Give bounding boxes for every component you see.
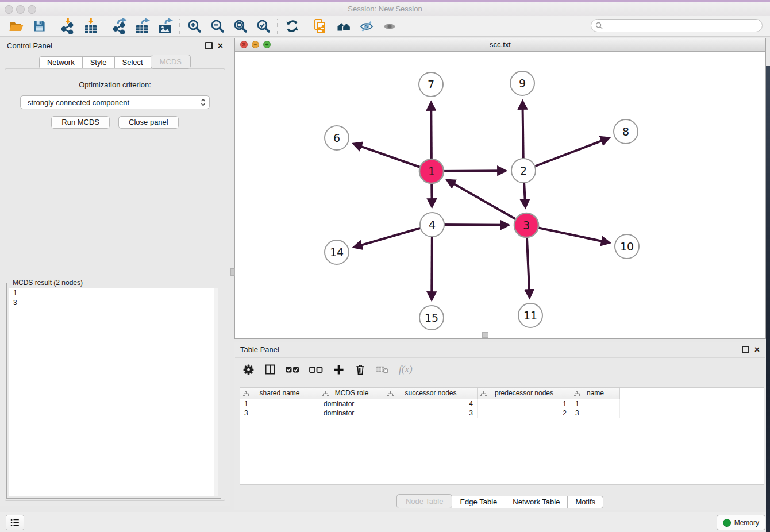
tab-node-table[interactable]: Node Table — [396, 494, 453, 508]
column-header-name[interactable]: name — [571, 388, 620, 399]
mcds-pane: Optimization criterion: strongly connect… — [5, 68, 225, 501]
zoom-selected-button[interactable] — [252, 17, 275, 35]
mcds-result-line: 3 — [13, 298, 218, 308]
add-row-button[interactable] — [333, 361, 345, 378]
float-panel-icon[interactable] — [742, 346, 749, 353]
node-label: 3 — [523, 219, 530, 232]
status-bar: Memory — [0, 512, 770, 532]
eye-slash-icon — [359, 20, 374, 33]
delete-column-button[interactable] — [376, 361, 389, 378]
node-label: 10 — [620, 240, 634, 253]
graph-node-6[interactable]: 6 — [325, 126, 349, 150]
graph-node-4[interactable]: 4 — [420, 213, 444, 237]
run-mcds-button[interactable]: Run MCDS — [51, 116, 110, 129]
table-cell: dominator — [319, 399, 384, 408]
unselect-all-button[interactable] — [309, 361, 323, 378]
zoom-window-button[interactable] — [28, 5, 36, 14]
column-header-predecessor-nodes[interactable]: predecessor nodes — [478, 388, 571, 399]
zoom-out-button[interactable] — [206, 17, 229, 35]
graph-node-8[interactable]: 8 — [614, 119, 638, 144]
home-layout-button[interactable] — [332, 17, 355, 35]
graph-node-10[interactable]: 10 — [615, 234, 639, 259]
float-panel-icon[interactable] — [205, 42, 213, 49]
edge-3-1[interactable] — [448, 180, 526, 225]
zoom-fit-button[interactable] — [229, 17, 252, 35]
export-network-button[interactable] — [108, 17, 131, 35]
graph-node-3[interactable]: 3 — [514, 213, 538, 237]
mcds-result-line: 1 — [13, 288, 218, 298]
graph-node-9[interactable]: 9 — [510, 71, 534, 95]
graph-node-15[interactable]: 15 — [419, 306, 444, 330]
splitter-grip[interactable] — [230, 268, 235, 276]
control-panel-tabs: NetworkStyleSelectMCDS — [0, 55, 230, 69]
table-row[interactable]: 1dominator411 — [240, 399, 620, 408]
zoom-in-button[interactable] — [183, 17, 206, 35]
column-header-label: shared name — [259, 389, 299, 397]
main-titlebar: Session: New Session — [0, 2, 770, 17]
close-window-button[interactable] — [5, 5, 13, 14]
tab-mcds[interactable]: MCDS — [151, 55, 191, 69]
select-all-button[interactable] — [286, 361, 299, 378]
show-graphics-details-button[interactable] — [378, 17, 401, 35]
edge-2-8[interactable] — [523, 138, 608, 171]
network-close-button[interactable]: × — [240, 41, 248, 48]
zoom-selected-icon — [256, 19, 271, 33]
node-table[interactable]: shared nameMCDS rolesuccessor nodesprede… — [240, 387, 764, 485]
tab-edge-table[interactable]: Edge Table — [452, 496, 505, 508]
import-table-from-file-button[interactable] — [79, 17, 102, 35]
open-folder-icon — [9, 20, 24, 33]
optimization-criterion-dropdown[interactable]: strongly connected component — [20, 95, 210, 109]
mcds-result-text[interactable]: 13 — [9, 288, 218, 496]
export-table-button[interactable] — [131, 17, 154, 35]
toolbar-separator — [277, 19, 278, 34]
memory-button[interactable]: Memory — [717, 515, 765, 530]
open-session-button[interactable] — [5, 17, 28, 35]
graph-node-1[interactable]: 1 — [419, 159, 444, 183]
memory-label: Memory — [734, 519, 759, 527]
network-minimize-button[interactable]: − — [252, 41, 259, 48]
mcds-result-group: MCDS result (2 nodes) 13 — [6, 283, 221, 499]
close-panel-icon[interactable]: × — [218, 42, 223, 49]
table-cell: 1 — [240, 399, 319, 408]
tab-motifs[interactable]: Motifs — [567, 496, 603, 508]
tab-select[interactable]: Select — [114, 56, 151, 69]
export-image-button[interactable] — [154, 17, 177, 35]
table-cell: dominator — [319, 408, 384, 418]
horizontal-scroll-grip[interactable] — [482, 332, 488, 338]
mcds-scrollbar[interactable] — [214, 288, 218, 496]
network-canvas[interactable]: 1234678910111415 — [235, 51, 765, 338]
network-zoom-button[interactable]: + — [263, 41, 271, 48]
function-builder-button[interactable]: f(x) — [399, 361, 413, 378]
search-input[interactable] — [603, 21, 749, 30]
table-row[interactable]: 3dominator323 — [240, 408, 620, 418]
graph-node-14[interactable]: 14 — [325, 240, 349, 264]
task-history-button[interactable] — [6, 515, 24, 530]
save-session-button[interactable] — [28, 17, 51, 35]
houses-icon — [336, 20, 352, 33]
table-settings-button[interactable] — [242, 361, 255, 378]
hide-graphics-details-button[interactable] — [355, 17, 378, 35]
tab-network[interactable]: Network — [39, 56, 83, 69]
table-panel-header: Table Panel × — [234, 342, 765, 356]
toolbar-separator — [306, 19, 307, 34]
graph-node-7[interactable]: 7 — [419, 72, 443, 97]
clone-network-icon — [313, 18, 328, 34]
show-column-button[interactable] — [264, 361, 276, 378]
clone-network-button[interactable] — [309, 17, 332, 35]
tab-style[interactable]: Style — [82, 56, 115, 69]
close-panel-button[interactable]: Close panel — [118, 116, 179, 129]
import-network-from-file-button[interactable] — [56, 17, 79, 35]
node-label: 4 — [429, 218, 436, 231]
column-header-MCDS-role[interactable]: MCDS role — [319, 388, 384, 399]
column-header-successor-nodes[interactable]: successor nodes — [384, 388, 478, 399]
graph-node-2[interactable]: 2 — [511, 159, 536, 183]
graph-node-11[interactable]: 11 — [518, 303, 542, 327]
delete-row-button[interactable] — [355, 361, 366, 378]
tab-network-table[interactable]: Network Table — [505, 496, 568, 508]
mcds-result-title: MCDS result (2 nodes) — [11, 279, 84, 287]
search-field[interactable] — [591, 19, 763, 32]
minimize-window-button[interactable] — [16, 5, 25, 14]
close-panel-icon[interactable]: × — [754, 346, 760, 353]
refresh-network-button[interactable] — [280, 17, 303, 35]
column-header-shared-name[interactable]: shared name — [240, 388, 319, 399]
